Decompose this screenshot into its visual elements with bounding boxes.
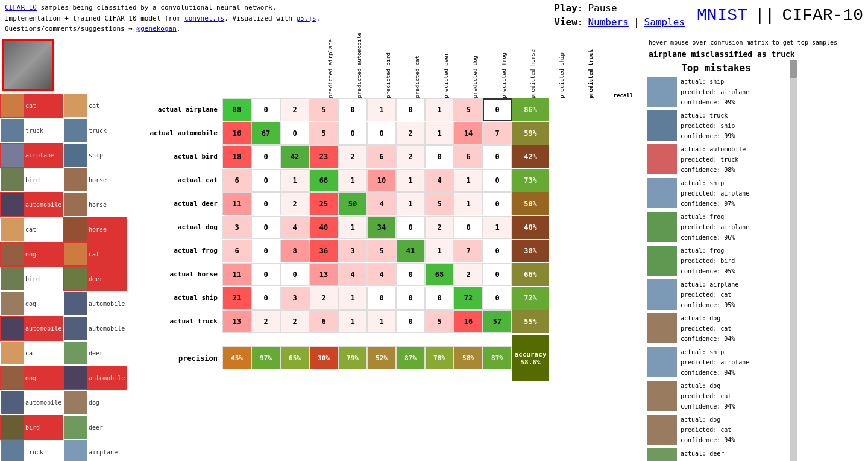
matrix-cell[interactable]: 42	[280, 145, 309, 168]
matrix-cell[interactable]: 6	[367, 145, 396, 168]
matrix-cell[interactable]: 0	[396, 310, 425, 333]
matrix-cell[interactable]: 8	[280, 240, 309, 262]
matrix-cell[interactable]: 5	[309, 122, 338, 145]
matrix-cell[interactable]: 0	[251, 240, 280, 262]
cifar10-link[interactable]: CIFAR-10	[5, 4, 37, 11]
matrix-cell[interactable]: 0	[396, 98, 425, 121]
matrix-cell[interactable]: 21	[222, 287, 251, 310]
matrix-cell[interactable]: 4	[367, 263, 396, 286]
sample-item[interactable]: cat	[63, 94, 127, 118]
sample-item[interactable]: automobile	[0, 316, 63, 341]
matrix-cell[interactable]: 1	[367, 98, 396, 121]
matrix-cell[interactable]: 0	[280, 263, 309, 286]
matrix-cell[interactable]: 0	[251, 98, 280, 121]
matrix-cell[interactable]: 4	[280, 216, 309, 239]
matrix-cell[interactable]: 1	[338, 169, 367, 192]
sample-item[interactable]: cat	[63, 242, 127, 267]
matrix-cell[interactable]: 0	[454, 216, 483, 239]
matrix-cell[interactable]: 2	[251, 310, 280, 333]
mnist-link[interactable]: MNIST	[697, 6, 747, 25]
matrix-cell[interactable]: 0	[251, 216, 280, 239]
matrix-cell[interactable]: 1	[338, 310, 367, 333]
matrix-cell[interactable]: 1	[396, 192, 425, 215]
matrix-cell[interactable]: 36	[309, 240, 338, 262]
matrix-cell[interactable]: 6	[222, 240, 251, 262]
matrix-cell[interactable]: 18	[222, 145, 251, 168]
matrix-cell[interactable]: 14	[454, 122, 483, 145]
matrix-cell[interactable]: 1	[396, 169, 425, 192]
sample-item[interactable]: deer	[63, 267, 127, 291]
samples-link[interactable]: Samples	[644, 16, 685, 28]
matrix-cell[interactable]: 0	[251, 287, 280, 310]
matrix-cell[interactable]: 0	[251, 145, 280, 168]
matrix-cell[interactable]: 2	[338, 145, 367, 168]
matrix-cell[interactable]: 1	[425, 122, 454, 145]
matrix-cell[interactable]: 10	[367, 169, 396, 192]
matrix-cell[interactable]: 6	[309, 310, 338, 333]
matrix-cell[interactable]: 7	[454, 240, 483, 262]
sample-item[interactable]: dog	[0, 366, 63, 390]
matrix-cell[interactable]: 41	[396, 240, 425, 262]
matrix-cell[interactable]: 23	[309, 145, 338, 168]
matrix-cell[interactable]: 4	[367, 192, 396, 215]
matrix-cell[interactable]: 88	[222, 98, 251, 121]
matrix-cell[interactable]: 0	[483, 263, 512, 286]
sample-item[interactable]: deer	[63, 415, 127, 440]
numbers-link[interactable]: Numbers	[588, 16, 628, 28]
matrix-cell[interactable]: 68	[425, 263, 454, 286]
matrix-cell[interactable]: 0	[367, 122, 396, 145]
matrix-cell[interactable]: 5	[425, 310, 454, 333]
matrix-cell[interactable]: 3	[338, 240, 367, 262]
matrix-cell[interactable]: 6	[222, 169, 251, 192]
matrix-cell[interactable]: 13	[309, 263, 338, 286]
matrix-cell[interactable]: 2	[454, 263, 483, 286]
matrix-cell[interactable]: 0	[280, 122, 309, 145]
matrix-cell[interactable]: 5	[425, 192, 454, 215]
matrix-cell[interactable]: 1	[454, 192, 483, 215]
sample-item[interactable]: airplane	[63, 440, 127, 461]
matrix-cell[interactable]: 0	[483, 192, 512, 215]
sample-item[interactable]: automobile	[63, 291, 127, 316]
matrix-cell[interactable]: 1	[425, 240, 454, 262]
sample-item[interactable]: bird	[0, 415, 63, 440]
sample-item[interactable]: bird	[0, 267, 63, 291]
matrix-cell[interactable]: 2	[396, 122, 425, 145]
matrix-cell[interactable]: 0	[396, 263, 425, 286]
matrix-cell[interactable]: 1	[367, 310, 396, 333]
matrix-cell[interactable]: 16	[222, 122, 251, 145]
sample-item[interactable]: ship	[63, 143, 127, 168]
matrix-cell[interactable]: 0	[425, 287, 454, 310]
sample-item[interactable]: bird	[0, 168, 63, 192]
matrix-cell[interactable]: 6	[454, 145, 483, 168]
matrix-cell[interactable]: 2	[280, 310, 309, 333]
sample-item[interactable]: automobile	[0, 192, 63, 217]
matrix-cell[interactable]: 4	[338, 263, 367, 286]
matrix-cell[interactable]: 0	[251, 192, 280, 215]
matrix-cell[interactable]: 72	[454, 287, 483, 310]
matrix-cell[interactable]: 57	[483, 310, 512, 333]
sample-item[interactable]: truck	[0, 118, 63, 143]
matrix-cell[interactable]: 0	[483, 145, 512, 168]
matrix-cell[interactable]: 0	[483, 169, 512, 192]
sample-item[interactable]: cat	[0, 341, 63, 366]
matrix-cell[interactable]: 1	[338, 287, 367, 310]
pause-button[interactable]: Pause	[588, 2, 617, 14]
sample-item[interactable]: horse	[63, 168, 127, 192]
matrix-cell[interactable]: 0	[338, 98, 367, 121]
matrix-cell[interactable]: 7	[483, 122, 512, 145]
matrix-cell[interactable]: 3	[222, 216, 251, 239]
sample-item[interactable]: dog	[63, 390, 127, 415]
matrix-cell[interactable]: 2	[425, 216, 454, 239]
matrix-cell[interactable]: 0	[251, 169, 280, 192]
matrix-cell[interactable]: 2	[309, 287, 338, 310]
matrix-cell[interactable]: 5	[309, 98, 338, 121]
matrix-cell[interactable]: 1	[338, 216, 367, 239]
matrix-cell[interactable]: 68	[309, 169, 338, 192]
matrix-cell[interactable]: 1	[454, 169, 483, 192]
genekogan-link[interactable]: @genekogan	[137, 25, 177, 33]
matrix-cell[interactable]: 0	[338, 122, 367, 145]
matrix-cell[interactable]: 0	[425, 145, 454, 168]
matrix-cell[interactable]: 4	[425, 169, 454, 192]
matrix-cell[interactable]: 1	[280, 169, 309, 192]
matrix-cell[interactable]: 1	[483, 216, 512, 239]
